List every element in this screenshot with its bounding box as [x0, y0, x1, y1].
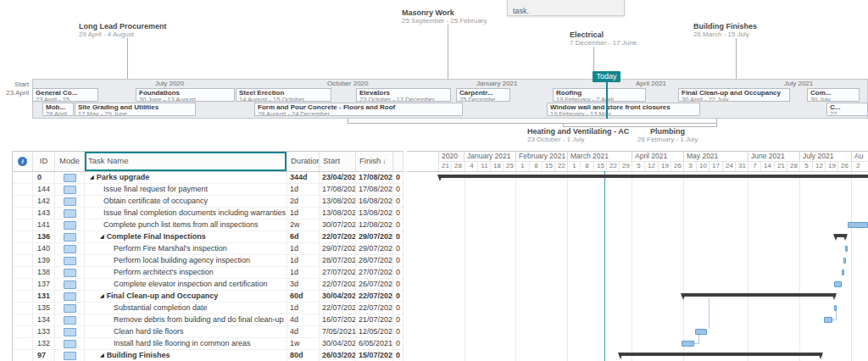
col-header-id[interactable]: ID — [33, 152, 55, 171]
gantt-bar[interactable] — [438, 175, 868, 178]
cell-start[interactable]: 13/08/2021 — [320, 196, 356, 207]
cell-indicator[interactable] — [13, 255, 33, 266]
cell-start[interactable]: 7/05/2021 — [320, 326, 356, 337]
cell-id[interactable]: 143 — [33, 208, 55, 219]
timeline-callout[interactable]: Building Finishes 26 March - 15 July — [693, 22, 757, 38]
cell-mode[interactable] — [55, 219, 85, 230]
cell-start[interactable]: 30/04/2021 — [320, 338, 356, 349]
cell-duration[interactable]: 1d — [287, 184, 320, 195]
cell-start[interactable]: 28/07/2021 — [320, 255, 356, 266]
cell-mode[interactable] — [55, 208, 85, 219]
table-row[interactable]: 0 ◢Parks upgrade 344d 23/04/2020 17/08/2… — [13, 172, 403, 184]
cell-mode[interactable] — [55, 243, 85, 254]
cell-start[interactable]: 30/07/2021 — [320, 219, 356, 230]
table-row[interactable]: 137 ◢Complete elevator inspection and ce… — [13, 279, 403, 291]
timescale-month-cell[interactable]: July 2021 — [799, 151, 851, 161]
cell-task-name[interactable]: ◢Complete Final Inspections — [85, 231, 287, 242]
timescale-week-cell[interactable]: 8 — [529, 161, 542, 171]
cell-finish[interactable]: 21/07/2021 — [356, 314, 393, 325]
timescale-week-cell[interactable]: 5 — [632, 161, 645, 171]
cell-mode[interactable] — [55, 231, 85, 242]
cell-indicator[interactable] — [13, 243, 33, 254]
cell-start[interactable]: 13/08/2021 — [320, 208, 356, 219]
timescale-week-cell[interactable]: 4 — [465, 161, 478, 171]
table-row[interactable]: 141 ◢Complete punch list items from all … — [13, 219, 403, 231]
cell-indicator[interactable] — [13, 208, 33, 219]
timescale-month-cell[interactable]: February 2021 — [515, 151, 567, 161]
cell-start[interactable]: 16/07/2021 — [320, 314, 356, 325]
cell-finish[interactable]: 15/07/2021 — [356, 350, 393, 361]
cell-indicator[interactable] — [13, 338, 33, 349]
cell-indicator[interactable] — [13, 231, 33, 242]
timeline-task-bar[interactable]: Window wall and store front closures 19 … — [547, 103, 700, 116]
cell-finish[interactable]: 17/08/2021 — [356, 184, 393, 195]
timescale-week-cell[interactable]: 24 — [722, 161, 736, 171]
timeline-task-bar[interactable]: General Co... 23 April - 15... — [32, 88, 98, 102]
cell-indicator[interactable] — [13, 350, 33, 361]
col-header-duration[interactable]: Duration — [287, 152, 320, 171]
cell-start[interactable]: 29/07/2021 — [320, 243, 356, 254]
cell-start[interactable]: 27/07/2021 — [320, 267, 356, 278]
cell-start[interactable]: 22/07/2021 — [320, 231, 356, 242]
cell-finish[interactable]: 16/08/2021 — [356, 196, 393, 207]
gantt-bar[interactable] — [834, 281, 842, 287]
col-header-mode[interactable]: Mode — [55, 152, 85, 171]
cell-indicator[interactable] — [13, 196, 33, 207]
timeline-callout[interactable]: Heating and Ventilating - AC 23 October … — [527, 127, 629, 143]
cell-task-name[interactable]: ◢Issue final completion documents includ… — [85, 208, 287, 219]
timescale-week-cell[interactable]: 18 — [490, 161, 504, 171]
table-row[interactable]: 131 ◢Final Clean-up and Occupancy 60d 30… — [13, 291, 403, 303]
cell-finish[interactable]: 22/07/2021 — [356, 291, 393, 302]
cell-duration[interactable]: 1d — [287, 243, 320, 254]
timescale-month-cell[interactable]: June 2021 — [748, 151, 799, 161]
cell-finish[interactable]: 17/08/2021 — [356, 172, 393, 183]
table-row[interactable]: 142 ◢Obtain certificate of occupancy 2d … — [13, 196, 403, 208]
gantt-bar[interactable] — [682, 341, 694, 347]
timescale-week-cell[interactable]: 29 — [619, 161, 632, 171]
cell-indicator[interactable] — [13, 219, 33, 230]
cell-id[interactable]: 137 — [33, 279, 55, 290]
gantt-bar[interactable] — [695, 329, 707, 335]
cell-mode[interactable] — [55, 267, 85, 278]
table-row[interactable]: 97 ◢Building Finishes 80d 26/03/2021 15/… — [13, 350, 403, 361]
cell-finish[interactable]: 6/05/2021 — [356, 338, 393, 349]
cell-id[interactable]: 132 — [33, 338, 55, 349]
timeline-task-bar[interactable]: Roofing 19 February - 2 April — [553, 88, 646, 102]
timeline-callout[interactable]: Masonry Work 25 September - 25 February — [402, 8, 487, 25]
timescale-week-cell[interactable]: 8 — [580, 161, 593, 171]
cell-finish[interactable]: 12/05/2021 — [356, 326, 393, 337]
cell-id[interactable]: 140 — [33, 243, 55, 254]
timeline-task-bar[interactable]: Com... 30 July — [807, 88, 860, 102]
timescale-month-cell[interactable]: Au — [851, 151, 868, 161]
cell-task-name[interactable]: ◢Perform Fire Marshal's inspection — [85, 243, 287, 254]
timescale-month-cell[interactable]: April 2021 — [632, 151, 683, 161]
cell-indicator[interactable] — [13, 267, 33, 278]
timescale-week-cell[interactable]: 26 — [670, 161, 684, 171]
cell-id[interactable]: 139 — [33, 255, 55, 266]
cell-start[interactable]: 30/04/2021 — [320, 291, 356, 302]
cell-indicator[interactable] — [13, 303, 33, 314]
cell-duration[interactable]: 344d — [287, 172, 320, 183]
cell-duration[interactable]: 4d — [287, 314, 320, 325]
cell-indicator[interactable] — [13, 279, 33, 290]
timescale-week-cell[interactable]: 14 — [760, 161, 774, 171]
gantt-bar[interactable] — [842, 269, 844, 275]
cell-task-name[interactable]: ◢Substantial completion date — [85, 303, 287, 314]
cell-mode[interactable] — [55, 291, 85, 302]
cell-task-name[interactable]: ◢Parks upgrade — [85, 172, 287, 183]
cell-start[interactable]: 22/07/2021 — [320, 303, 356, 314]
collapse-triangle-icon[interactable]: ◢ — [90, 175, 94, 180]
cell-task-name[interactable]: ◢Issue final request for payment — [85, 184, 287, 195]
cell-mode[interactable] — [55, 279, 85, 290]
timescale-month-cell[interactable]: January 2021 — [464, 151, 515, 161]
cell-duration[interactable]: 1d — [287, 267, 320, 278]
cell-id[interactable]: 144 — [33, 184, 55, 195]
col-header-finish[interactable]: Finish↓ — [356, 152, 393, 171]
cell-task-name[interactable]: ◢Perform architect's inspection — [85, 267, 287, 278]
cell-indicator[interactable] — [13, 291, 33, 302]
table-row[interactable]: 136 ◢Complete Final Inspections 6d 22/07… — [13, 231, 403, 243]
timescale-week-cell[interactable]: 19 — [658, 161, 671, 171]
timescale-week-cell[interactable]: 11 — [477, 161, 491, 171]
cell-id[interactable]: 131 — [33, 291, 55, 302]
cell-id[interactable]: 133 — [33, 326, 55, 337]
